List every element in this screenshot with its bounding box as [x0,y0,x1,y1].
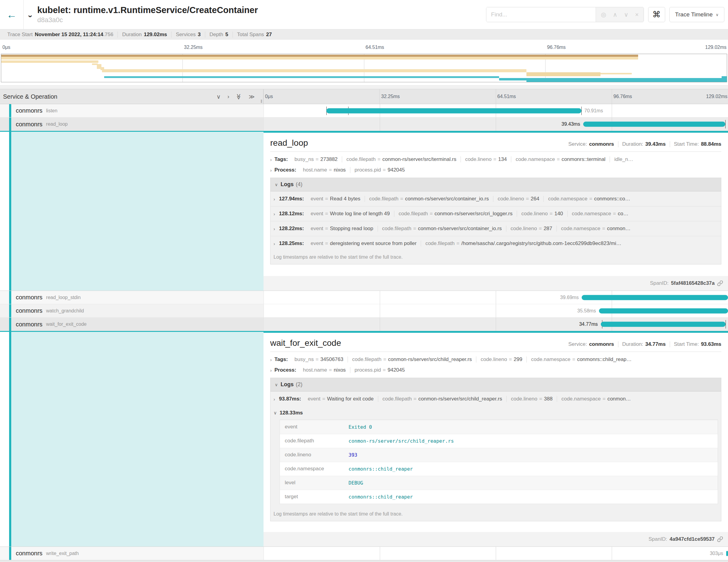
meta-value: 88.84ms [701,141,721,147]
kv-value: conmonrs::child_reaper [346,462,415,476]
minimap-span-bar [102,69,526,72]
find-input[interactable] [486,7,596,22]
minimap-span-bar [499,78,727,80]
summary-label: Duration [122,32,141,38]
span-duration-bar[interactable] [582,295,728,300]
span-duration-bar[interactable] [601,322,726,327]
log-entry-expanded-header[interactable]: ∨ 128.33ms [270,406,721,419]
span-timeline-cell[interactable]: 35.58ms [264,304,728,317]
span-color-accent [9,104,11,117]
process-label: Process: [274,167,296,173]
minimap-span-bar [1,55,638,57]
summary-value: November 15 2022, 11:24:14 [35,32,103,37]
span-timeline-cell[interactable]: 39.43ms [264,118,728,131]
log-fields: event=Stopping read loopcode.filepath=co… [306,226,635,232]
log-entry[interactable]: › 127.94ms: event=Read 4 bytescode.filep… [270,191,721,206]
kv-row: code.lineno 393 [280,448,718,462]
detail-meta: Service:conmonrsDuration:39.43msStart Ti… [564,141,721,147]
span-row-write-exit-path[interactable]: conmonrs write_exit_path 303μs [0,547,728,560]
minimap-canvas[interactable] [1,54,727,82]
divider [270,352,721,352]
span-name-cell[interactable]: conmonrs read_loop_stdin [0,291,264,304]
span-name-cell[interactable]: conmonrs watch_grandchild [0,304,264,317]
process-label: Process: [274,367,296,373]
chevron-down-icon[interactable]: › [26,15,35,18]
clear-search-icon[interactable]: × [635,11,639,18]
match-case-icon[interactable]: ◎ [601,11,606,18]
detail-meta-item: Start Time:93.63ms [670,341,721,347]
log-entry[interactable]: › 93.87ms: event=Waiting for exit codeco… [270,391,721,406]
span-timeline-cell[interactable]: 34.77ms [264,318,728,331]
view-selector-button[interactable]: Trace Timeline ∨ [669,7,724,22]
span-color-accent [9,118,11,131]
span-duration-bar[interactable] [583,122,725,127]
chevron-down-icon: ∨ [274,410,277,416]
summary-value: 3 [198,32,200,37]
chevron-right-icon: › [274,196,275,202]
span-row-read-loop-stdin[interactable]: conmonrs read_loop_stdin 39.69ms [0,291,728,304]
process-row[interactable]: › Process: host.name=nixosprocess.pid=94… [270,167,721,173]
detail-left-gutter [0,132,264,291]
log-entry[interactable]: › 128.25ms: event=deregistering event so… [270,236,721,251]
span-color-accent [9,332,11,547]
span-timeline-cell[interactable]: 70.91ms [264,104,728,117]
span-row-wait-for-exit-code[interactable]: conmonrs wait_for_exit_code 34.77ms [0,318,728,332]
process-item: process.pid=942045 [350,367,409,373]
collapse-one-icon[interactable]: ∨ [216,93,221,100]
logs-header[interactable]: ∨ Logs (4) [270,178,721,191]
span-name-cell[interactable]: conmonrs wait_for_exit_code [0,318,264,331]
log-fields: event=Read 4 bytescode.filepath=conmon-r… [306,196,634,202]
span-duration-label: 303μs [710,551,723,556]
span-color-accent [9,291,11,304]
log-field: code.lineno=140 [517,211,567,217]
process-list: host.name=nixosprocess.pid=942045 [299,167,409,173]
span-operation: wait_for_exit_code [46,322,87,327]
detail-meta-item: Duration:39.43ms [618,141,670,147]
tag-item: code.lineno=134 [461,156,511,162]
log-timestamp: 93.87ms: [279,396,301,402]
process-row[interactable]: › Process: host.name=nixosprocess.pid=94… [270,367,721,373]
span-timeline-cell[interactable]: 39.69ms [264,291,728,304]
collapse-all-icon[interactable]: ≫ [236,94,243,100]
tag-item: code.filepath=conmon-rs/server/src/child… [348,356,476,363]
log-entry[interactable]: › 128.22ms: event=Stopping read loopcode… [270,221,721,236]
logs-header[interactable]: ∨ Logs (2) [270,378,721,391]
log-field: event=Waiting for exit code [304,396,378,402]
kv-key: code.lineno [280,448,346,462]
expand-one-icon[interactable]: › [227,93,229,100]
span-name-cell[interactable]: conmonrs read_loop [0,118,264,131]
link-icon[interactable] [717,536,723,542]
trace-minimap: 0μs 32.25ms 64.51ms 96.76ms 129.02ms [0,40,728,85]
span-row-watch-grandchild[interactable]: conmonrs watch_grandchild 35.58ms [0,304,728,318]
tags-row[interactable]: › Tags: busy_ns=273882code.filepath=conm… [270,156,721,162]
tag-item: busy_ns=34506763 [290,356,348,363]
detail-panel: wait_for_exit_code Service:conmonrsDurat… [264,332,728,547]
span-name-cell[interactable]: conmonrs write_exit_path [0,547,264,560]
service-operation-title: Service & Operation [3,93,216,100]
column-resizer-handle[interactable]: ‖ [260,99,262,104]
summary-label: Depth [209,32,223,38]
span-name-cell[interactable]: conmonrs listen [0,104,264,117]
span-color-accent [9,132,11,291]
logs-count: (4) [296,181,302,188]
expand-all-icon[interactable]: ≫ [249,93,255,100]
span-color-accent [9,304,11,317]
span-detail-read-loop: read_loop Service:conmonrsDuration:39.43… [0,132,728,291]
prev-result-icon[interactable]: ∧ [613,11,617,18]
span-duration-bar[interactable] [599,308,728,313]
tags-row[interactable]: › Tags: busy_ns=34506763code.filepath=co… [270,356,721,363]
span-row-listen[interactable]: conmonrs listen 70.91ms [0,104,728,118]
header-controls: ◎ ∧ ∨ × ⌘ Trace Timeline ∨ [486,7,728,22]
span-duration-bar[interactable] [326,108,581,113]
span-duration-bar[interactable] [726,551,728,556]
span-duration-label: 35.58ms [577,308,596,314]
log-kv-table: event Exited 0 code.filepath conmon-rs/s… [280,420,718,504]
keyboard-shortcuts-button[interactable]: ⌘ [648,7,665,22]
link-icon[interactable] [717,280,723,286]
chevron-right-icon: › [270,357,272,362]
span-row-read-loop[interactable]: conmonrs read_loop 39.43ms [0,118,728,132]
next-result-icon[interactable]: ∨ [624,11,628,18]
log-entry[interactable]: › 128.12ms: event=Wrote log line of leng… [270,206,721,221]
span-timeline-cell[interactable]: 303μs [264,547,728,560]
back-button[interactable]: ← [0,0,24,29]
